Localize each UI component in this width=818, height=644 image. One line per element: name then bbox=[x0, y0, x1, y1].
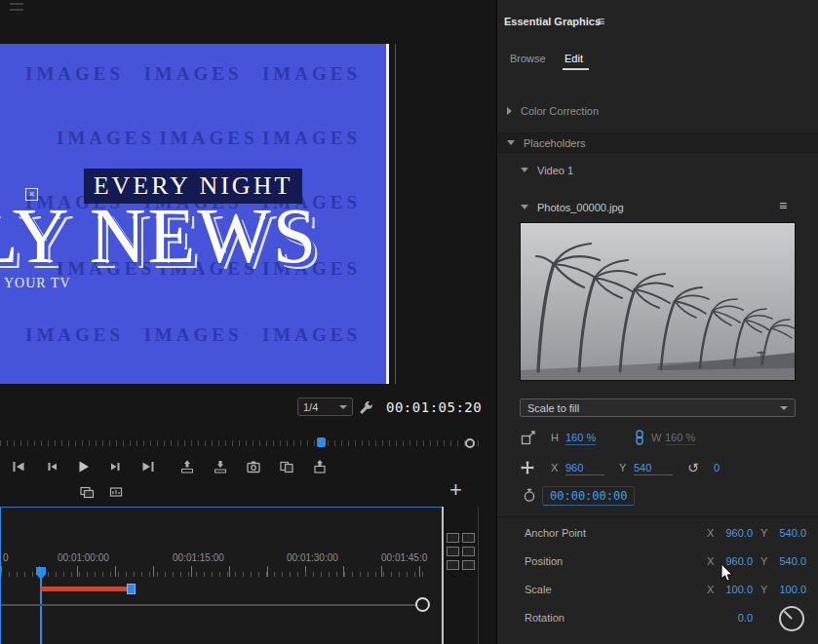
track-control-box[interactable] bbox=[462, 560, 475, 570]
comparison-view-button[interactable] bbox=[276, 456, 297, 477]
width-label: W bbox=[651, 432, 661, 443]
track-control-box[interactable] bbox=[462, 547, 475, 556]
play-button[interactable] bbox=[72, 456, 94, 477]
panel-menu-icon[interactable]: ≡ bbox=[597, 14, 604, 29]
zoom-level-select[interactable]: 1/4 bbox=[297, 398, 353, 416]
watermark-text: IMAGES bbox=[262, 63, 361, 85]
track-control-box[interactable] bbox=[447, 547, 459, 556]
layer-video-1[interactable]: Video 1 bbox=[497, 160, 818, 180]
property-name: Scale bbox=[525, 584, 552, 595]
reset-icon[interactable]: ↺ bbox=[687, 461, 699, 474]
section-placeholders[interactable]: Placeholders bbox=[497, 133, 818, 153]
x-position-value[interactable]: 960 bbox=[565, 462, 604, 475]
play-icon bbox=[75, 459, 91, 474]
settings-wrench-button[interactable] bbox=[355, 397, 376, 418]
watermark-text: IMAGES bbox=[262, 128, 361, 149]
storm-photo bbox=[521, 223, 795, 380]
frame-guide-line bbox=[395, 44, 396, 384]
axis-x-label: X bbox=[707, 584, 714, 595]
timeline-ruler-label: 00:01:00:00 bbox=[58, 552, 109, 563]
width-value[interactable]: 160 % bbox=[665, 432, 695, 445]
axis-y-label: Y bbox=[760, 555, 767, 567]
title-corner-text: YOUR TV bbox=[4, 276, 71, 291]
zoom-handle-knob[interactable] bbox=[465, 438, 475, 448]
program-timecode[interactable]: 00:01:05:20 bbox=[386, 399, 482, 415]
watermark-text: IMAGES bbox=[143, 324, 242, 346]
program-video-frame[interactable]: IMAGES IMAGES IMAGES IMAGES IMAGES IMAGE… bbox=[0, 44, 389, 384]
start-timecode-value[interactable]: 00:00:00:00 bbox=[542, 486, 635, 506]
stopwatch-icon[interactable] bbox=[521, 486, 538, 504]
title-line-large: LY NEWS bbox=[0, 192, 318, 281]
track-control-box[interactable] bbox=[462, 533, 475, 543]
chevron-down-icon bbox=[521, 168, 528, 172]
watermark-text: IMAGES bbox=[262, 324, 361, 346]
tab-browse[interactable]: Browse bbox=[510, 53, 546, 64]
height-value[interactable]: 160 % bbox=[565, 432, 596, 445]
lift-button[interactable] bbox=[176, 456, 198, 477]
axis-x-label: X bbox=[707, 555, 714, 567]
property-name: Position bbox=[525, 555, 563, 567]
step-forward-button[interactable] bbox=[105, 456, 127, 477]
anchor-x-value[interactable]: 960.0 bbox=[718, 527, 753, 539]
go-to-out-icon bbox=[140, 459, 156, 474]
active-tab-underline bbox=[563, 68, 589, 70]
chevron-right-icon bbox=[507, 107, 512, 115]
timeline-panel[interactable]: 0 00:01:00:00 00:01:15:00 00:01:30:00 00… bbox=[0, 507, 442, 644]
panel-grip-icon bbox=[10, 3, 23, 11]
export-frame-button[interactable] bbox=[243, 456, 264, 477]
section-color-correction[interactable]: Color Correction bbox=[497, 100, 818, 121]
panel-divider[interactable] bbox=[442, 507, 444, 644]
clip-marker[interactable] bbox=[127, 584, 136, 594]
position-y-value[interactable]: 540.0 bbox=[771, 555, 806, 567]
timeline-playhead[interactable] bbox=[36, 567, 46, 580]
rotation-value[interactable]: 0.0 bbox=[718, 612, 753, 624]
panel-title: Essential Graphics bbox=[504, 16, 601, 27]
premiere-window: IMAGES IMAGES IMAGES IMAGES IMAGES IMAGE… bbox=[0, 0, 818, 644]
fit-selected-value: Scale to fill bbox=[527, 402, 579, 414]
y-label: Y bbox=[619, 462, 626, 474]
layer-photos-clip[interactable]: Photos_00000.jpg bbox=[497, 197, 818, 217]
add-button[interactable]: + bbox=[449, 479, 462, 501]
extract-button[interactable] bbox=[210, 456, 231, 477]
share-icon bbox=[312, 459, 328, 474]
axis-y-label: Y bbox=[760, 527, 767, 539]
wrench-icon bbox=[358, 399, 374, 416]
track-control-box[interactable] bbox=[447, 533, 459, 543]
timeline-ruler-ticks-minor bbox=[1, 572, 430, 577]
watermark-text: IMAGES bbox=[25, 63, 124, 85]
rotation-dial-icon bbox=[777, 604, 806, 633]
drag-audio-button[interactable] bbox=[105, 481, 127, 503]
anchor-y-value[interactable]: 540.0 bbox=[771, 527, 806, 539]
timeline-ruler-label: 0 bbox=[3, 552, 9, 563]
link-icon[interactable] bbox=[631, 429, 648, 446]
tab-edit[interactable]: Edit bbox=[565, 53, 583, 64]
monitor-zoom-ruler[interactable] bbox=[0, 437, 480, 449]
track-control-box[interactable] bbox=[447, 560, 459, 570]
scale-y-value[interactable]: 100.0 bbox=[771, 584, 806, 595]
watermark-row: IMAGES IMAGES IMAGES bbox=[0, 324, 386, 346]
monitor-playhead-marker[interactable] bbox=[317, 437, 326, 447]
drag-video-button[interactable] bbox=[76, 481, 97, 503]
step-forward-icon bbox=[108, 459, 124, 474]
timeline-scroll-track[interactable] bbox=[1, 604, 427, 606]
chevron-down-icon bbox=[339, 405, 347, 409]
share-button[interactable] bbox=[309, 456, 331, 477]
property-name: Anchor Point bbox=[525, 527, 586, 539]
y-position-value[interactable]: 540 bbox=[634, 462, 673, 475]
clip-menu-icon[interactable]: ≡ bbox=[779, 198, 787, 213]
clip-thumbnail[interactable] bbox=[520, 222, 796, 381]
go-to-in-button[interactable] bbox=[8, 456, 29, 477]
drag-video-icon bbox=[79, 484, 95, 500]
go-to-out-button[interactable] bbox=[137, 456, 159, 477]
step-back-button[interactable] bbox=[41, 456, 62, 477]
rotation-dial[interactable] bbox=[777, 604, 806, 637]
x-label: X bbox=[551, 462, 558, 474]
scale-x-value[interactable]: 100.0 bbox=[718, 584, 753, 595]
scale-fit-dropdown[interactable]: Scale to fill bbox=[520, 398, 796, 417]
rotation-quick-value[interactable]: 0 bbox=[714, 462, 720, 474]
watermark-text: IMAGES bbox=[25, 324, 124, 346]
extract-icon bbox=[213, 459, 228, 474]
chevron-down-icon bbox=[780, 406, 788, 410]
timeline-scroll-knob[interactable] bbox=[415, 597, 430, 612]
timeline-ruler-label: 00:01:15:00 bbox=[173, 552, 224, 563]
